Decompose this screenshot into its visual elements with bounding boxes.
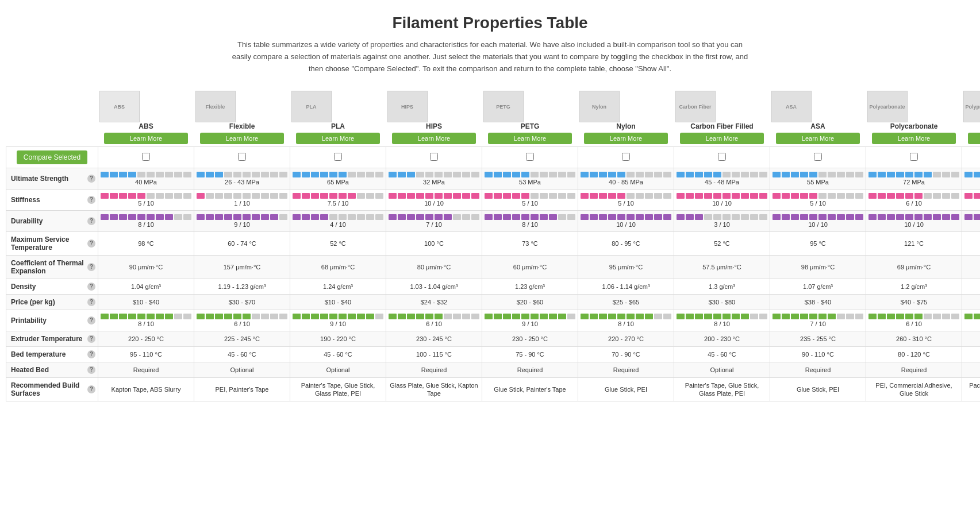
cell-value: 95 °C [810,240,826,247]
cell-value: 73 °C [522,240,538,247]
cell-value: 65 MPa [293,179,383,186]
cell-8-2: 190 - 220 °C [290,331,386,347]
checkbox-carbon[interactable] [674,147,770,168]
check-carbon[interactable] [718,153,726,161]
cell-2-3: 7 / 10 [386,211,482,232]
cell-value: PEI, Commercial Adhesive, Glue Stick [875,382,952,397]
learn-btn-polypropylene[interactable]: Learn More [968,133,980,144]
checkbox-polycarbonate[interactable] [866,147,962,168]
help-icon[interactable]: ? [87,316,95,324]
check-polycarbonate[interactable] [910,153,918,161]
cell-7-7: 7 / 10 [770,310,866,331]
help-icon[interactable]: ? [87,350,95,358]
checkbox-asa[interactable] [770,147,866,168]
cell-value: $20 - $60 [517,299,543,306]
check-asa[interactable] [814,153,822,161]
check-hips[interactable] [430,153,438,161]
cell-5-1: 1.19 - 1.23 g/cm³ [194,279,290,295]
col-header-petg: PETG PETG Learn More [482,88,578,147]
row-label-6: Price (per kg)? [6,295,98,310]
row-label-5: Density? [6,279,98,295]
help-icon[interactable]: ? [87,196,95,204]
learn-btn-carbon[interactable]: Learn More [680,133,764,144]
cell-9-9: 85 - 100 °C [962,347,981,362]
help-icon[interactable]: ? [87,263,95,271]
cell-5-8: 1.2 g/cm³ [866,279,962,295]
cell-value: 4 / 10 [964,320,980,327]
col-header-polycarbonate: Polycarbonate Polycarbonate Learn More [866,88,962,147]
cell-value: 90 μm/m·°C [129,264,163,271]
cell-8-6: 200 - 230 °C [674,331,770,347]
cell-8-0: 220 - 250 °C [98,331,194,347]
cell-value: 98 μm/m·°C [801,264,835,271]
cell-0-4: 53 MPa [482,168,578,190]
cell-value: Optional [710,366,734,373]
cell-2-1: 9 / 10 [194,211,290,232]
cell-value: Required [901,366,927,373]
help-icon[interactable]: ? [87,298,95,306]
cell-value: 6 / 10 [389,320,479,327]
learn-btn-petg[interactable]: Learn More [488,133,572,144]
check-petg[interactable] [526,153,534,161]
cell-2-5: 10 / 10 [578,211,674,232]
checkbox-pla[interactable] [290,147,386,168]
learn-btn-pla[interactable]: Learn More [296,133,381,144]
cell-11-3: Glass Plate, Glue Stick, Kapton Tape [386,378,482,401]
cell-4-7: 98 μm/m·°C [770,256,866,279]
cell-3-5: 80 - 95 °C [578,232,674,256]
cell-value: 190 - 220 °C [320,335,356,342]
learn-btn-hips[interactable]: Learn More [392,133,476,144]
cell-11-5: Glue Stick, PEI [578,378,674,401]
cell-2-6: 3 / 10 [674,211,770,232]
check-flexible[interactable] [238,153,246,161]
checkbox-nylon[interactable] [578,147,674,168]
help-icon[interactable]: ? [87,175,95,183]
help-icon[interactable]: ? [87,239,95,248]
checkbox-flexible[interactable] [194,147,290,168]
cell-value: 55 MPa [773,179,863,186]
table-row: Printability?8 / 106 / 109 / 106 / 109 /… [6,310,981,331]
cell-value: 10 / 10 [773,221,863,228]
learn-btn-flexible[interactable]: Learn More [200,133,285,144]
check-pla[interactable] [334,153,342,161]
learn-btn-asa[interactable]: Learn More [776,133,860,144]
cell-value: $10 - $40 [325,299,351,306]
img-hips: HIPS [387,91,428,122]
row-label-1: Stiffness? [6,190,98,211]
cell-value: 95 μm/m·°C [609,264,643,271]
checkbox-abs[interactable] [98,147,194,168]
cell-1-6: 10 / 10 [674,190,770,211]
checkbox-polypropylene[interactable] [962,147,981,168]
cell-0-2: 65 MPa [290,168,386,190]
learn-btn-nylon[interactable]: Learn More [584,133,668,144]
cell-value: 9 / 10 [293,320,383,327]
cell-7-0: 8 / 10 [98,310,194,331]
help-icon[interactable]: ? [87,385,95,393]
cell-2-4: 8 / 10 [482,211,578,232]
learn-btn-abs[interactable]: Learn More [104,133,189,144]
cell-value: Painter's Tape, Glue Stick, Glass Plate,… [301,382,375,397]
compare-selected-button[interactable]: Compare Selected [17,150,87,164]
cell-value: 7 / 10 [389,221,479,228]
help-icon[interactable]: ? [87,335,95,343]
checkbox-hips[interactable] [386,147,482,168]
cell-11-0: Kapton Tape, ABS Slurry [98,378,194,401]
cell-6-7: $38 - $40 [770,295,866,310]
help-icon[interactable]: ? [87,366,95,374]
cell-0-6: 45 - 48 MPa [674,168,770,190]
checkbox-petg[interactable] [482,147,578,168]
cell-value: 45 - 48 MPa [677,179,767,186]
cell-value: 90 - 110 °C [802,351,834,358]
help-icon[interactable]: ? [87,217,95,225]
cell-8-1: 225 - 245 °C [194,331,290,347]
row-label-9: Bed temperature? [6,347,98,362]
help-icon[interactable]: ? [87,283,95,291]
check-abs[interactable] [142,153,150,161]
cell-11-7: Glue Stick, PEI [770,378,866,401]
learn-btn-polycarbonate[interactable]: Learn More [872,133,956,144]
check-nylon[interactable] [622,153,630,161]
img-carbon: Carbon Fiber [675,91,716,122]
cell-8-7: 235 - 255 °C [770,331,866,347]
cell-value: 1.19 - 1.23 g/cm³ [218,283,266,290]
cell-4-9: 150 μm/m·°C [962,256,981,279]
